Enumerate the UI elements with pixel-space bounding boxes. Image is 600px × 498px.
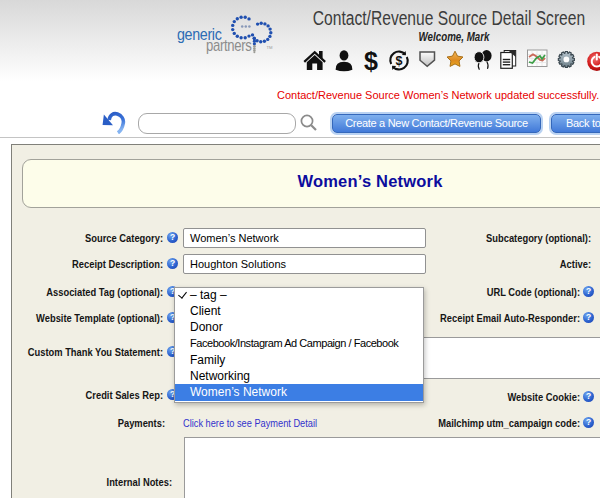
svg-text:$: $ <box>396 54 403 68</box>
svg-text:TM: TM <box>267 45 274 50</box>
svg-text:$: $ <box>364 48 378 74</box>
